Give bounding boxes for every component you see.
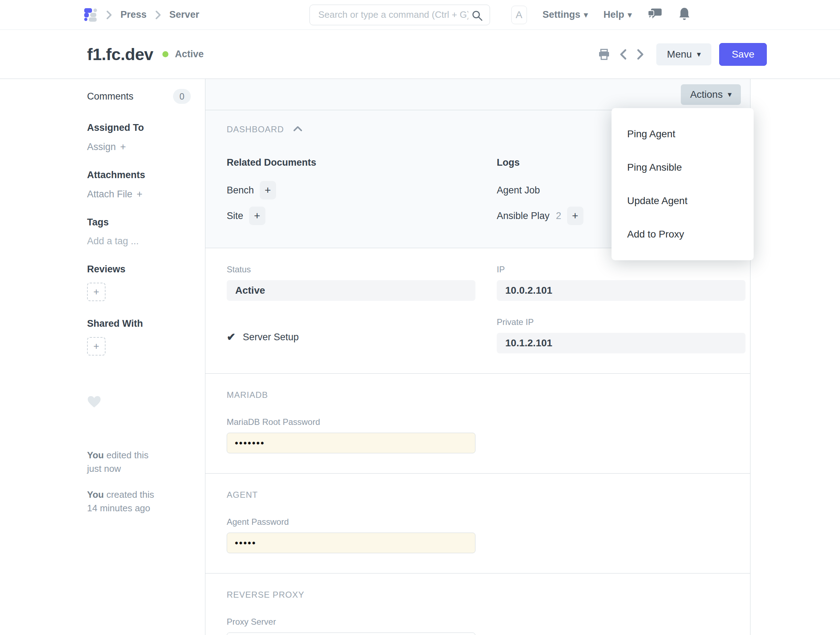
proxy-server-input[interactable] [227,632,475,635]
reverse-proxy-section: REVERSE PROXY Proxy Server Upstream Setu… [205,573,750,635]
created-by-text: You created this 14 minutes ago [87,488,191,515]
mariadb-heading: MARIADB [227,390,729,400]
like-heart-icon[interactable] [87,395,191,410]
attachments-heading: Attachments [87,169,191,181]
reviews-heading: Reviews [87,264,191,275]
form-sidebar: Comments 0 Assigned To Assign + Attachme… [0,79,205,635]
log-ansible-play-link[interactable]: Ansible Play [497,211,550,222]
status-value: Active [227,280,475,301]
share-button[interactable]: + [87,337,106,356]
prev-document-button[interactable] [617,47,629,62]
plus-icon: + [265,184,271,196]
search-placeholder: Search or type a command (Ctrl + G) [318,9,468,20]
private-ip-label: Private IP [497,317,745,327]
ip-value: 10.0.2.101 [497,280,745,301]
search-icon[interactable] [471,10,483,23]
plus-icon: + [137,188,142,200]
add-review-button[interactable]: + [87,283,106,301]
comments-link[interactable]: Comments 0 [87,89,191,104]
plus-icon: + [254,210,261,222]
user-avatar[interactable]: A [511,6,527,24]
agent-section: AGENT Agent Password [205,473,750,573]
plus-icon: + [120,141,126,152]
add-site-button[interactable]: + [249,207,265,225]
print-button[interactable] [596,47,612,62]
private-ip-field: Private IP 10.1.2.101 [497,317,745,353]
chevron-right-icon [106,10,113,20]
attach-file-button[interactable]: Attach File + [87,188,142,200]
chevron-right-icon [155,10,162,20]
menu-button[interactable]: Menu ▾ [656,43,711,65]
chevron-down-icon: ▾ [697,50,701,59]
chevron-left-icon [619,49,627,60]
breadcrumb-app[interactable]: Press [120,9,147,20]
chevron-down-icon: ▾ [728,90,732,99]
plus-icon: + [93,286,99,298]
page-title: f1.fc.dev [87,44,153,64]
actions-dropdown-menu: Ping Agent Ping Ansible Update Agent Add… [611,108,754,260]
assigned-to-heading: Assigned To [87,122,191,133]
form-body: Actions ▾ Ping Agent Ping Ansible Update… [205,79,750,635]
help-menu[interactable]: Help ▾ [603,9,632,20]
chevron-right-icon [636,49,644,60]
plus-icon: + [572,210,578,222]
private-ip-value: 10.1.2.101 [497,333,745,353]
mariadb-root-password-label: MariaDB Root Password [227,417,729,427]
proxy-server-label: Proxy Server [227,617,475,627]
menu-item-ping-agent[interactable]: Ping Agent [611,117,754,151]
status-field: Status Active [227,264,475,301]
edited-by-text: You edited this just now [87,449,191,475]
proxy-server-field: Proxy Server [227,617,475,635]
ansible-play-count: 2 [556,211,561,222]
status-label: Status [227,264,475,274]
ip-label: IP [497,264,745,274]
add-ansible-play-button[interactable]: + [567,207,583,225]
status-section: Status Active IP 10.0.2.101 ✔ Server Set… [205,248,750,374]
save-button[interactable]: Save [719,43,767,66]
printer-icon [598,49,610,60]
list-item: Bench + [227,180,475,200]
related-doc-bench-link[interactable]: Bench [227,185,254,196]
notifications-bell-icon[interactable] [678,7,691,23]
settings-menu[interactable]: Settings ▾ [543,9,588,20]
reverse-proxy-heading: REVERSE PROXY [227,590,729,600]
menu-item-update-agent[interactable]: Update Agent [611,184,754,218]
related-doc-site-link[interactable]: Site [227,211,243,222]
tags-heading: Tags [87,217,191,228]
menu-item-ping-ansible[interactable]: Ping Ansible [611,151,754,184]
app-logo-icon[interactable] [84,7,98,23]
comments-count-badge: 0 [173,89,191,104]
plus-icon: + [93,340,99,352]
mariadb-root-password-input[interactable] [227,433,475,453]
chevron-up-icon [293,125,302,133]
add-bench-button[interactable]: + [260,181,276,200]
add-tag-input[interactable]: Add a tag ... [87,236,139,246]
chevron-down-icon: ▾ [584,10,588,19]
next-document-button[interactable] [634,47,646,62]
status-indicator-dot [163,51,169,57]
search-input[interactable]: Search or type a command (Ctrl + G) [309,5,490,25]
ip-field: IP 10.0.2.101 [497,264,745,301]
shared-with-heading: Shared With [87,318,191,329]
agent-password-label: Agent Password [227,517,729,527]
check-icon: ✔ [227,332,235,342]
status-indicator-label: Active [175,49,204,60]
list-item: Site + [227,206,475,226]
agent-heading: AGENT [227,490,729,500]
chevron-down-icon: ▾ [628,10,632,19]
agent-password-input[interactable] [227,533,475,553]
related-documents-title: Related Documents [227,157,475,168]
mariadb-section: MARIADB MariaDB Root Password [205,374,750,473]
actions-button[interactable]: Actions ▾ [681,84,741,105]
server-setup-checkbox[interactable]: ✔ Server Setup [227,321,475,353]
breadcrumb-doctype[interactable]: Server [169,9,199,20]
chat-icon[interactable] [647,7,662,23]
related-documents-column: Related Documents Bench + Site + [227,157,475,231]
actions-row: Actions ▾ Ping Agent Ping Ansible Update… [205,79,750,110]
navbar: Press Server Search or type a command (C… [0,0,840,30]
assign-button[interactable]: Assign + [87,141,126,152]
menu-item-add-to-proxy[interactable]: Add to Proxy [611,218,754,251]
log-agent-job-link[interactable]: Agent Job [497,185,540,196]
page-head: f1.fc.dev Active Menu ▾ Save [0,30,840,79]
